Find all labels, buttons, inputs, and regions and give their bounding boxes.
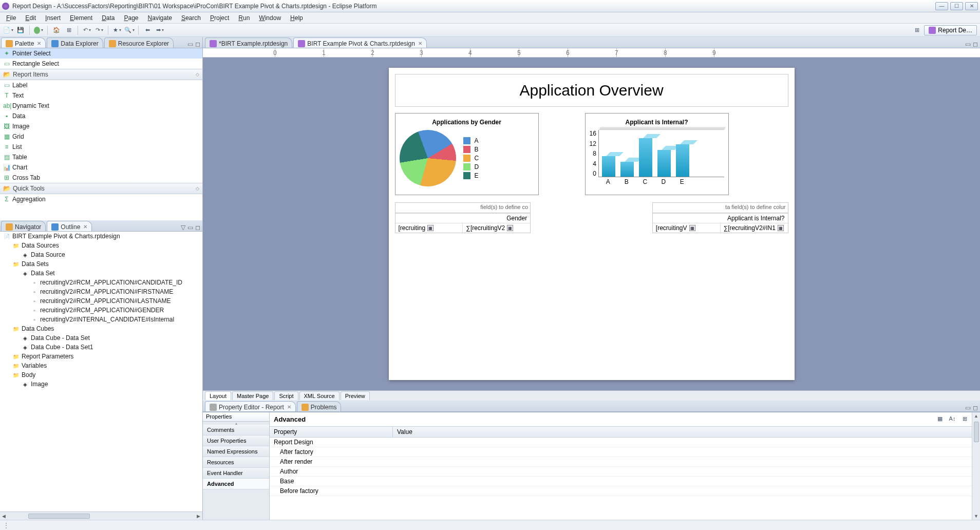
menu-project[interactable]: Project [206,13,233,23]
menu-file[interactable]: File [2,13,20,23]
editor-mode-tab-master-page[interactable]: Master Page [232,391,273,400]
bookmark-button[interactable]: ★ [112,25,122,35]
menu-window[interactable]: Window [255,13,285,23]
property-subtab-properties[interactable]: Properties [203,412,269,422]
palette-rectangle-select[interactable]: ▭ Rectangle Select [0,59,202,69]
property-category-event-handler[interactable]: Event Handler [203,468,269,479]
categorize-button[interactable]: ⊞ [959,413,970,424]
maximize-view-icon[interactable]: ◻ [973,404,978,411]
collapse-icon[interactable]: ◇ [196,186,199,191]
property-category-comments[interactable]: Comments [203,425,269,436]
property-category-user-properties[interactable]: User Properties [203,436,269,446]
menu-edit[interactable]: Edit [21,13,40,23]
menu-search[interactable]: Search [177,13,205,23]
property-row[interactable]: Author [270,467,972,477]
outline-node[interactable]: ▫recruitingV2#RCM_APPLICATION#FIRSTNAME [0,287,202,296]
minimize-icon[interactable]: ▭ [965,41,971,48]
scroll-right-arrow[interactable]: ▶ [195,514,202,519]
new-button[interactable]: 📄 [3,25,13,35]
property-row[interactable]: Report Design [270,438,972,447]
outline-node[interactable]: ◈Data Cube - Data Set [0,333,202,343]
menu-help[interactable]: Help [286,13,307,23]
outline-node[interactable]: 📁Data Sets [0,259,202,269]
fwd-arrow-button[interactable]: ➡ [155,25,165,35]
scroll-up-arrow[interactable]: ▲ [974,412,978,420]
close-button[interactable]: ✕ [965,2,978,10]
home-button[interactable]: 🏠 [51,25,62,35]
palette-item-dynamic-text[interactable]: ab|Dynamic Text [0,101,202,111]
editor-mode-tab-layout[interactable]: Layout [205,391,231,400]
palette-cat-report-items[interactable]: 📂 Report Items ◇ [0,69,202,80]
minimize-view-icon[interactable]: ▭ [187,224,193,231]
crosstab-internal[interactable]: ta field(s) to define colur Applicant is… [652,202,788,233]
scroll-down-arrow[interactable]: ▼ [974,513,978,520]
alpha-sort-button[interactable]: A↕ [947,413,957,424]
menu-run[interactable]: Run [234,13,254,23]
editor-tab-1[interactable]: BIRT Example Pivot & Charts.rptdesign ✕ [293,37,427,48]
toggle-local-button[interactable]: ▦ [935,413,945,424]
scroll-thumb[interactable] [28,514,90,519]
palette-item-grid[interactable]: ▦Grid [0,131,202,142]
tab-palette[interactable]: Palette ✕ [1,37,46,48]
outline-node[interactable]: 📁Body [0,370,202,380]
tab-resource-explorer[interactable]: Resource Explorer [104,37,174,48]
menu-data[interactable]: Data [98,13,119,23]
nav-back-button[interactable]: ↶ [82,25,92,35]
outline-node[interactable]: ▫recruitingV2#RCM_APPLICATION#GENDER [0,306,202,315]
outline-node[interactable]: 📁Data Cubes [0,324,202,333]
view-menu-icon[interactable]: ▽ [181,224,185,231]
palette-item-text[interactable]: TText [0,90,202,101]
editor-mode-tab-preview[interactable]: Preview [341,391,370,400]
pivot-measure-binding[interactable]: ∑[recruitingV2▦ [462,223,530,233]
menu-element[interactable]: Element [66,13,97,23]
property-category-resources[interactable]: Resources [203,457,269,468]
search-button[interactable]: 🔍 [124,25,135,35]
nav-fwd-button[interactable]: ↷ [94,25,104,35]
property-grid-vscroll[interactable]: ▲ ▼ [972,412,980,520]
palette-item-chart[interactable]: 📊Chart [0,162,202,173]
property-row[interactable]: After render [270,457,972,467]
property-value[interactable] [393,457,972,466]
close-icon[interactable]: ✕ [287,404,291,410]
tab-data-explorer[interactable]: Data Explorer [47,37,103,48]
back-arrow-button[interactable]: ⬅ [142,25,153,35]
menu-navigate[interactable]: Navigate [144,13,176,23]
property-category-advanced[interactable]: Advanced [203,479,269,489]
crosstab-gender[interactable]: field(s) to define co Gender [recruiting… [395,202,531,233]
palette-item-label[interactable]: ▭Label [0,80,202,90]
save-button[interactable]: 💾 [15,25,26,35]
scroll-thumb[interactable] [974,422,979,442]
tab-outline[interactable]: Outline ✕ [47,221,92,231]
minimize-view-icon[interactable]: ▭ [187,41,193,48]
perspective-report-design[interactable]: Report De… [924,25,977,35]
outline-node[interactable]: ◈Data Set [0,269,202,278]
chart-applicant-internal[interactable]: Applicant is Internal? 1612840 ABCDE [585,113,729,195]
minimize-view-icon[interactable]: ▭ [965,404,971,411]
close-icon[interactable]: ✕ [83,224,87,230]
outline-node[interactable]: 📁Variables [0,361,202,370]
collapse-icon[interactable]: ◇ [196,72,199,77]
maximize-view-icon[interactable]: ◻ [195,224,200,231]
property-row[interactable]: Base [270,477,972,486]
palette-item-cross-tab[interactable]: ⊞Cross Tab [0,173,202,183]
outline-node[interactable]: 📁Report Parameters [0,352,202,361]
tab-navigator[interactable]: Navigator [1,221,46,231]
run-button[interactable] [33,25,44,35]
tab-problems[interactable]: Problems [297,401,342,411]
property-category-named-expressions[interactable]: Named Expressions [203,446,269,457]
property-value[interactable] [393,438,972,447]
editor-mode-tab-script[interactable]: Script [274,391,298,400]
maximize-icon[interactable]: ◻ [973,41,978,48]
scroll-left-arrow[interactable]: ◀ [0,514,8,519]
toggle-button[interactable]: ⊞ [64,25,74,35]
property-value[interactable] [393,467,972,476]
property-row[interactable]: Before factory [270,486,972,496]
outline-hscroll[interactable]: ◀ ▶ [0,512,202,520]
editor-tab-0[interactable]: *BIRT Example.rptdesign [205,37,292,48]
palette-item-list[interactable]: ≡List [0,142,202,152]
palette-item-data[interactable]: ▪Data [0,111,202,121]
outline-node[interactable]: ◈Data Source [0,250,202,259]
outline-root[interactable]: 📄 BIRT Example Pivot & Charts.rptdesign [0,232,202,241]
outline-node[interactable]: ◈Data Cube - Data Set1 [0,343,202,352]
outline-node[interactable]: ▫recruitingV2#INTERNAL_CANDIDATE#IsInter… [0,315,202,324]
